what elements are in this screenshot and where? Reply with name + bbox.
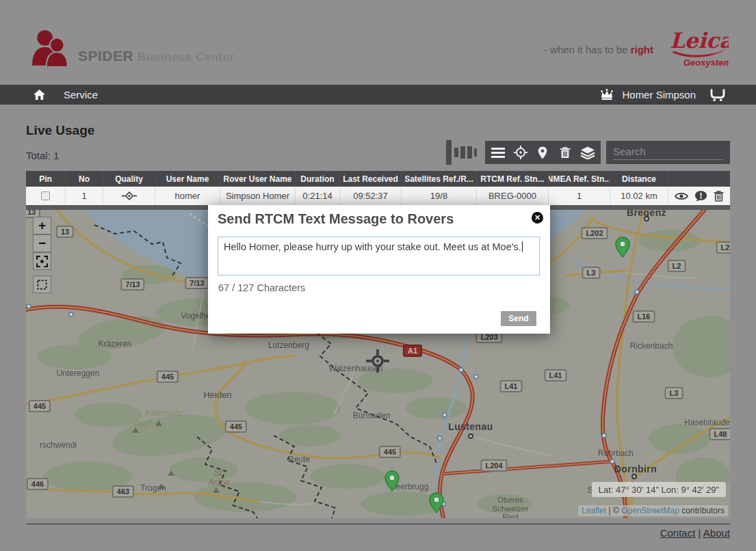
target-icon bbox=[514, 146, 527, 159]
leaflet-link[interactable]: Leaflet bbox=[582, 506, 606, 515]
cell-quality bbox=[103, 187, 155, 205]
map-label: Anton bbox=[208, 478, 229, 487]
search-input[interactable] bbox=[613, 144, 723, 160]
pin-checkbox[interactable] bbox=[41, 191, 50, 200]
delete-icon[interactable] bbox=[714, 190, 724, 202]
app-title-main: SPIDER bbox=[78, 48, 133, 64]
footer-links: Contact | About bbox=[660, 527, 730, 539]
text-caret bbox=[522, 241, 523, 252]
message-textarea[interactable]: Hello Homer, please hurry up with your s… bbox=[218, 237, 540, 276]
rover-pin-marker[interactable] bbox=[384, 470, 400, 494]
zoom-in-button[interactable]: + bbox=[33, 217, 51, 234]
box-select-icon bbox=[37, 280, 47, 290]
map-label: Schweizer bbox=[492, 505, 528, 513]
list-view-button[interactable] bbox=[488, 143, 508, 162]
road-badge: 463 bbox=[112, 485, 134, 498]
column-header[interactable]: User Name bbox=[155, 171, 220, 187]
fullscreen-button[interactable] bbox=[33, 252, 51, 270]
map-label: Kräzeren bbox=[99, 339, 132, 349]
cell-user-name: homer bbox=[155, 187, 220, 205]
town-marker bbox=[468, 433, 473, 439]
road-badge: 445 bbox=[225, 420, 247, 433]
cell-duration: 0:21:14 bbox=[295, 187, 339, 205]
road-badge: L204 bbox=[480, 459, 507, 472]
table-header-row: PinNoQualityUser NameRover User NameDura… bbox=[26, 171, 730, 187]
road-badge: 7/13 bbox=[120, 278, 144, 291]
close-icon[interactable]: ✕ bbox=[532, 212, 543, 224]
table-row[interactable]: 1 homer Simpson Homer 0:21:14 09:52:37 1… bbox=[26, 187, 730, 205]
reference-station-marker[interactable] bbox=[365, 349, 390, 376]
app-title-sub: Business Center bbox=[138, 51, 235, 64]
menu-icon bbox=[491, 148, 505, 158]
fullscreen-icon bbox=[36, 256, 48, 267]
map-label: St. bbox=[214, 468, 224, 478]
home-icon bbox=[33, 89, 46, 100]
trash-icon bbox=[560, 146, 571, 159]
column-header[interactable]: NMEA Ref. Stn... bbox=[548, 171, 610, 187]
brand-tagline: - when it has to be right bbox=[544, 44, 653, 55]
column-header[interactable]: RTCM Ref. Stn... bbox=[476, 171, 548, 187]
map-attribution: Leaflet | © OpenStreetMap contributors bbox=[578, 505, 728, 516]
about-link[interactable]: About bbox=[703, 527, 730, 539]
column-header[interactable]: Duration bbox=[295, 171, 339, 187]
live-usage-table: PinNoQualityUser NameRover User NameDura… bbox=[26, 171, 730, 205]
cell-satellites: 19/8 bbox=[401, 187, 476, 205]
send-message-icon[interactable] bbox=[694, 190, 707, 202]
map-label: Lutzenberg bbox=[268, 340, 309, 350]
map-label: Rickenbach bbox=[630, 341, 673, 351]
column-header[interactable]: Last Received bbox=[339, 171, 401, 187]
total-count: Total: 1 bbox=[26, 150, 59, 161]
cart-icon[interactable] bbox=[709, 88, 726, 101]
show-markers-button[interactable] bbox=[533, 143, 552, 162]
rover-pin-marker[interactable] bbox=[429, 492, 444, 516]
road-badge: L3 bbox=[665, 387, 683, 399]
map-label: rschwendi bbox=[40, 440, 77, 450]
home-button[interactable] bbox=[33, 89, 46, 100]
layers-button[interactable] bbox=[578, 143, 597, 162]
svg-text:Geosystems: Geosystems bbox=[683, 57, 729, 68]
logged-in-user[interactable]: Homer Simpson bbox=[622, 89, 696, 100]
cell-no: 1 bbox=[65, 187, 103, 205]
clear-map-button[interactable] bbox=[556, 143, 575, 162]
road-badge: L2 bbox=[668, 260, 686, 272]
road-badge: A1 bbox=[403, 345, 422, 357]
box-zoom-button[interactable] bbox=[33, 276, 51, 293]
usage-chart-icon[interactable] bbox=[445, 139, 477, 165]
contact-link[interactable]: Contact bbox=[660, 527, 696, 539]
road-badge: 445 bbox=[379, 446, 401, 458]
map-label: Trogen bbox=[140, 483, 166, 493]
map-label: Lustenau bbox=[448, 421, 493, 432]
map-label: Kaienspitz bbox=[145, 408, 183, 418]
marker-icon bbox=[538, 146, 547, 159]
column-header[interactable]: Pin bbox=[26, 171, 65, 187]
zoom-out-button[interactable]: − bbox=[33, 234, 51, 252]
column-header[interactable]: Satellites Ref./R... bbox=[401, 171, 476, 187]
column-header[interactable]: Quality bbox=[103, 171, 155, 187]
column-header[interactable] bbox=[668, 171, 730, 187]
osm-link[interactable]: OpenStreetMap bbox=[621, 506, 679, 515]
cell-distance: 10.02 km bbox=[610, 187, 668, 205]
town-marker bbox=[644, 216, 649, 221]
map-label: Dornbirn bbox=[614, 463, 657, 474]
center-map-button[interactable] bbox=[511, 143, 530, 162]
crown-icon bbox=[600, 89, 614, 100]
nav-item-service[interactable]: Service bbox=[64, 89, 98, 100]
column-header[interactable]: Distance bbox=[610, 171, 668, 187]
svg-text:Leica: Leica bbox=[670, 28, 729, 53]
map-label: Ried bbox=[502, 513, 519, 518]
view-details-eye-icon[interactable] bbox=[675, 191, 688, 201]
cell-rtcm-ref: BREG-0000 bbox=[476, 187, 548, 205]
rover-pin-marker[interactable] bbox=[615, 237, 630, 260]
column-header[interactable]: Rover User Name bbox=[220, 171, 295, 187]
search-box bbox=[606, 141, 730, 164]
road-badge: L3 bbox=[582, 267, 601, 279]
map-label: Rohrbach bbox=[598, 448, 634, 458]
town-marker bbox=[631, 474, 637, 479]
application-window: SPIDERBusiness Center - when it has to b… bbox=[0, 0, 756, 551]
road-badge: 446 bbox=[27, 478, 49, 490]
send-button[interactable]: Send bbox=[501, 311, 536, 326]
column-header[interactable]: No bbox=[65, 171, 103, 187]
dialog-title: Send RTCM Text Message to Rovers bbox=[218, 211, 454, 227]
road-badge: 445 bbox=[29, 400, 51, 412]
map-toolbar bbox=[485, 141, 601, 164]
